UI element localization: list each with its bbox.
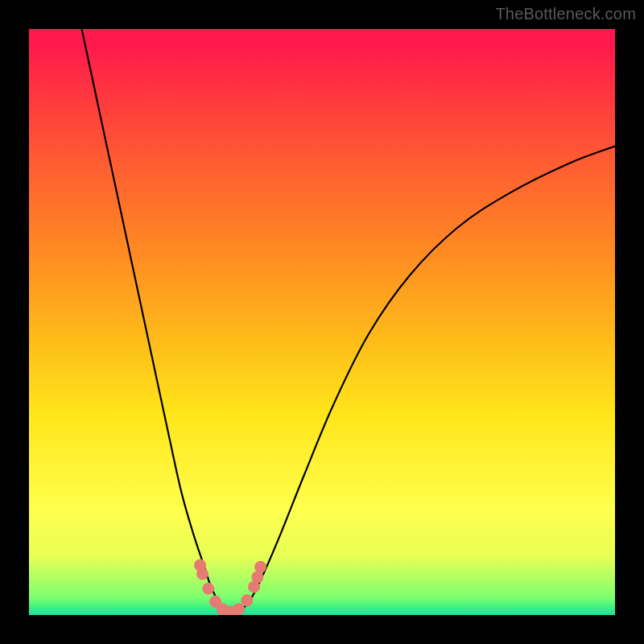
- curves-group: [82, 29, 615, 612]
- valley-marker: [196, 568, 208, 580]
- chart-frame: TheBottleneck.com: [0, 0, 644, 644]
- markers-group: [194, 559, 266, 615]
- valley-marker: [254, 561, 266, 573]
- curve-left-branch: [82, 29, 229, 612]
- valley-marker: [233, 603, 245, 615]
- curve-right-branch: [240, 147, 615, 613]
- valley-marker: [241, 594, 253, 606]
- watermark-text: TheBottleneck.com: [495, 5, 636, 23]
- curve-layer: [29, 29, 615, 615]
- valley-marker: [202, 583, 214, 595]
- plot-area: [29, 29, 615, 615]
